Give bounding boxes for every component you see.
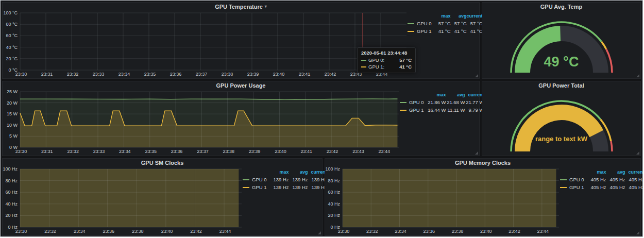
legend-gpu-power-usage: maxavgcurrentGPU 021.86 W21.68 W21.77 WG…: [400, 89, 479, 155]
series-color-dash: [400, 110, 406, 111]
x-axis-tick-label: 23:38: [222, 72, 233, 77]
y-axis-tick-label: 40 °C: [6, 45, 18, 50]
y-axis-tick-label: 20 W: [7, 100, 18, 106]
legend-series-toggle[interactable]: GPU 0: [408, 20, 435, 27]
chart-canvas[interactable]: 0 Hz20 Hz40 Hz60 Hz80 Hz100 Hz23:3023:32…: [3, 166, 243, 234]
y-axis-tick-label: 40 Hz: [328, 201, 340, 207]
x-axis-tick-label: 23:41: [301, 149, 313, 154]
panel-resize-handle[interactable]: [318, 231, 321, 234]
legend-series-name: GPU 1: [252, 184, 267, 190]
dashboard-row-2: GPU Power Usage 0 W5 W10 W15 W20 W25 W23…: [2, 81, 641, 156]
legend-header-max[interactable]: max: [270, 168, 289, 176]
series-color-dash: [408, 23, 414, 24]
legend-series-name: GPU 1: [417, 28, 432, 34]
legend-stat-current: 57 °C: [467, 20, 483, 27]
legend-series-toggle[interactable]: GPU 0: [560, 176, 587, 183]
gauge-threshold-arc: [601, 42, 606, 49]
series-area: [343, 169, 556, 227]
legend-header-avg[interactable]: avg: [446, 91, 465, 98]
dashboard-row-1: GPU Temperature ▾ 0 °C20 °C40 °C60 °C80 …: [2, 2, 641, 79]
legend-header-current[interactable]: current: [625, 168, 643, 176]
panel-title-text: GPU Temperature: [215, 4, 263, 10]
x-axis-tick-label: 23:42: [509, 229, 520, 234]
chevron-down-icon: ▾: [265, 4, 267, 9]
tooltip-series-name: GPU 1:: [368, 64, 384, 70]
legend-stat-max: 405 Hz: [587, 183, 606, 191]
tooltip-series-value: 41 °C: [399, 64, 412, 70]
legend-spacer: [408, 12, 435, 20]
y-axis-tick-label: 10 W: [7, 123, 18, 128]
panel-resize-handle[interactable]: [636, 231, 639, 234]
x-axis-tick-label: 23:39: [247, 72, 259, 77]
legend-stat-max: 139 Hz: [270, 176, 289, 183]
x-axis-tick-label: 23:44: [219, 229, 231, 234]
legend-stat-current: 41 °C: [467, 27, 483, 35]
legend-header-current[interactable]: current: [308, 168, 327, 176]
x-axis-tick-label: 23:35: [144, 72, 156, 77]
x-axis-tick-label: 23:34: [119, 149, 131, 154]
tooltip-timestamp: 2020-05-01 23:44:48: [361, 50, 412, 56]
panel-title-text: GPU SM Clocks: [141, 160, 184, 166]
legend-header-max[interactable]: max: [427, 91, 446, 98]
chart-canvas[interactable]: 0 Hz20 Hz40 Hz60 Hz80 Hz100 Hz23:3023:32…: [325, 166, 560, 234]
time-series-chart-gpu-sm-clocks[interactable]: 0 Hz20 Hz40 Hz60 Hz80 Hz100 Hz23:3023:32…: [3, 166, 243, 234]
x-axis-tick-label: 23:41: [299, 72, 311, 77]
panel-resize-handle[interactable]: [475, 74, 478, 77]
legend-stat-avg: 139 Hz: [289, 183, 308, 191]
legend-stat-max: 405 Hz: [587, 176, 606, 183]
panel-body: 0 Hz20 Hz40 Hz60 Hz80 Hz100 Hz23:3023:32…: [325, 166, 640, 234]
legend-series-name: GPU 0: [409, 99, 424, 105]
y-axis-tick-label: 80 Hz: [5, 178, 18, 183]
legend-stat-current: 21.77 W: [465, 98, 484, 106]
legend-header-avg[interactable]: avg: [451, 12, 467, 20]
legend-series-toggle[interactable]: GPU 0: [400, 98, 427, 106]
legend-spacer: [243, 168, 270, 176]
x-axis-tick-label: 23:40: [161, 229, 173, 234]
legend-series-toggle[interactable]: GPU 1: [400, 106, 427, 114]
series-color-dash: [243, 179, 249, 180]
chart-canvas[interactable]: 0 W5 W10 W15 W20 W25 W23:3023:3123:3223:…: [3, 89, 400, 155]
time-series-chart-gpu-memory-clocks[interactable]: 0 Hz20 Hz40 Hz60 Hz80 Hz100 Hz23:3023:32…: [325, 166, 560, 234]
series-color-dash: [560, 187, 567, 188]
legend-gpu-memory-clocks: maxavgcurrentGPU 0405 Hz405 Hz405 HzGPU …: [560, 166, 640, 234]
time-series-chart-gpu-temperature[interactable]: 0 °C20 °C40 °C60 °C80 °C100 °C23:3023:31…: [3, 10, 408, 77]
legend-series-toggle[interactable]: GPU 1: [243, 183, 270, 191]
x-axis-tick-label: 23:35: [145, 149, 157, 154]
y-axis-tick-label: 80 °C: [6, 22, 18, 27]
panel-resize-handle[interactable]: [636, 74, 639, 77]
panel-resize-handle[interactable]: [475, 151, 478, 155]
x-axis-tick-label: 23:36: [423, 229, 435, 234]
panel-title-gpu-power-usage[interactable]: GPU Power Usage: [3, 81, 479, 89]
panel-title-gpu-avg-temp[interactable]: GPU Avg. Temp: [482, 3, 640, 10]
x-axis-tick-label: 23:42: [325, 72, 336, 77]
tooltip-series-name: GPU 0:: [368, 57, 384, 63]
legend-series-name: GPU 0: [569, 177, 584, 182]
legend-header-avg[interactable]: avg: [606, 168, 625, 176]
panel-title-gpu-temperature[interactable]: GPU Temperature ▾: [3, 3, 479, 10]
legend-header-current[interactable]: current: [467, 12, 483, 20]
series-area: [20, 169, 239, 227]
legend-series-toggle[interactable]: GPU 1: [560, 183, 587, 191]
legend-header-avg[interactable]: avg: [289, 168, 308, 176]
legend-series-toggle[interactable]: GPU 0: [243, 176, 270, 183]
panel-resize-handle[interactable]: [636, 151, 639, 155]
chart-canvas[interactable]: 0 °C20 °C40 °C60 °C80 °C100 °C23:3023:31…: [3, 10, 408, 77]
gauge-value: 49 °C: [482, 54, 640, 70]
panel-title-gpu-power-total[interactable]: GPU Power Total: [482, 81, 640, 89]
panel-title-gpu-memory-clocks[interactable]: GPU Memory Clocks: [325, 159, 640, 166]
gauge-value: range to text kW: [482, 135, 640, 143]
x-axis-tick-label: 23:40: [273, 72, 285, 77]
legend-header-current[interactable]: current: [465, 91, 484, 98]
panel-title-gpu-sm-clocks[interactable]: GPU SM Clocks: [3, 159, 322, 166]
legend-header-max[interactable]: max: [435, 12, 451, 20]
legend-series-toggle[interactable]: GPU 1: [408, 27, 435, 35]
x-axis-tick-label: 23:39: [249, 149, 261, 154]
x-axis-tick-label: 23:31: [41, 149, 53, 154]
y-axis-tick-label: 40 Hz: [5, 201, 18, 207]
x-axis-tick-label: 23:40: [275, 149, 286, 154]
y-axis-tick-label: 100 Hz: [325, 166, 340, 172]
time-series-chart-gpu-power-usage[interactable]: 0 W5 W10 W15 W20 W25 W23:3023:3123:3223:…: [3, 89, 400, 155]
x-axis-tick-label: 23:32: [366, 229, 378, 234]
tooltip-series-value: 57 °C: [399, 57, 412, 63]
legend-header-max[interactable]: max: [587, 168, 606, 176]
